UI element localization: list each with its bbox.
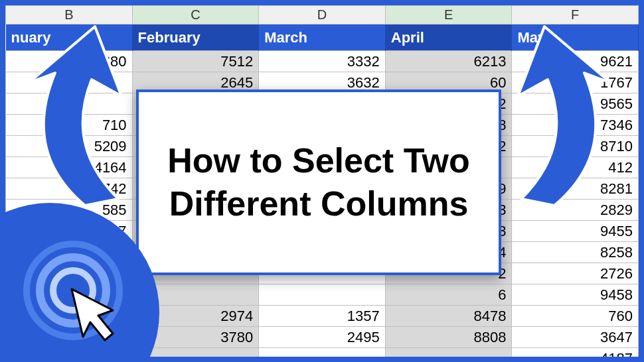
cell[interactable]: 9455 bbox=[512, 221, 639, 242]
cell[interactable] bbox=[259, 284, 386, 306]
cell[interactable]: 4187 bbox=[512, 348, 639, 357]
title-card: How to Select Two Different Columns bbox=[136, 90, 501, 275]
arrow-curved-right-icon bbox=[488, 20, 621, 206]
header-march[interactable]: March bbox=[259, 25, 386, 51]
column-header-d[interactable]: D bbox=[259, 6, 386, 25]
cell[interactable]: 3647 bbox=[512, 327, 639, 348]
cell[interactable]: 2495 bbox=[259, 327, 386, 348]
cursor-click-logo-icon bbox=[20, 237, 133, 350]
cell[interactable] bbox=[385, 348, 512, 357]
title-text: How to Select Two Different Columns bbox=[152, 139, 485, 225]
cell[interactable]: 9458 bbox=[512, 284, 639, 306]
arrow-curved-left-icon bbox=[19, 20, 151, 206]
cell[interactable] bbox=[259, 348, 386, 357]
cell[interactable]: 2726 bbox=[512, 263, 639, 284]
cell[interactable]: 760 bbox=[512, 306, 639, 327]
cell[interactable]: 1357 bbox=[259, 306, 386, 327]
cell[interactable]: 6 bbox=[385, 284, 512, 306]
cell[interactable]: 8808 bbox=[385, 327, 512, 348]
cell[interactable]: 8478 bbox=[385, 306, 512, 327]
cell[interactable]: 3332 bbox=[259, 51, 386, 72]
cell[interactable]: 8258 bbox=[512, 242, 639, 263]
